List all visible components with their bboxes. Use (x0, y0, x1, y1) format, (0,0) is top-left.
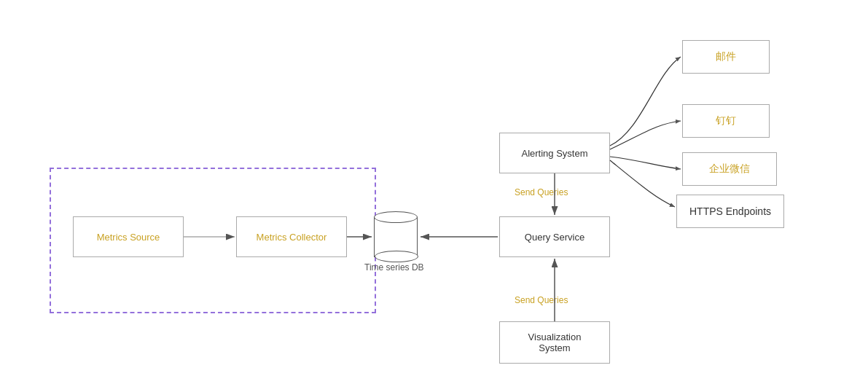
visualization-system-box: VisualizationSystem (499, 321, 610, 364)
wechat-box: 企业微信 (682, 152, 777, 186)
cylinder-body (374, 217, 418, 257)
visualization-system-label: VisualizationSystem (528, 332, 582, 353)
metrics-collector-label: Metrics Collector (257, 232, 327, 243)
time-series-db (374, 211, 418, 257)
architecture-diagram: Metrics Source Metrics Collector Time se… (0, 0, 868, 392)
query-service-box: Query Service (499, 216, 610, 257)
https-endpoints-box: HTTPS Endpoints (676, 195, 784, 228)
arrow-alerting-to-dingtalk (610, 121, 681, 149)
arrow-alerting-to-https (610, 160, 675, 207)
metrics-collector-box: Metrics Collector (236, 216, 347, 257)
time-series-db-label: Time series DB (364, 262, 424, 273)
query-service-label: Query Service (525, 232, 584, 243)
metrics-source-box: Metrics Source (73, 216, 184, 257)
cylinder-top (374, 211, 418, 223)
email-box: 邮件 (682, 40, 770, 74)
cylinder-bottom (375, 251, 418, 262)
dingtalk-box: 钉钉 (682, 104, 770, 138)
send-queries-top-label: Send Queries (515, 187, 568, 197)
arrow-alerting-to-email (610, 57, 681, 146)
metrics-source-label: Metrics Source (97, 232, 160, 243)
alerting-system-label: Alerting System (521, 148, 587, 159)
arrow-alerting-to-wechat (610, 157, 681, 169)
send-queries-bottom-label: Send Queries (515, 295, 568, 305)
alerting-system-box: Alerting System (499, 133, 610, 173)
